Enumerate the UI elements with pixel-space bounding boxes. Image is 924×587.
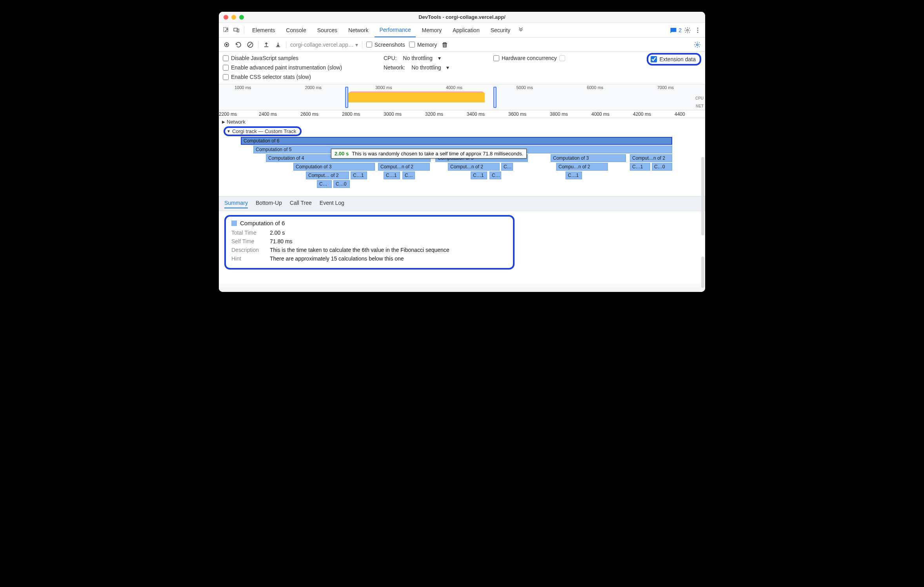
flame-scrollbar[interactable] <box>701 157 704 235</box>
tab-sources[interactable]: Sources <box>313 23 342 37</box>
flame-event[interactable]: Computation of 3 <box>293 163 375 171</box>
flame-event[interactable]: C…0 <box>652 163 672 171</box>
maximize-window-button[interactable] <box>239 15 244 20</box>
summary-key: Total Time <box>231 230 264 236</box>
tooltip-duration: 2.00 s <box>335 151 349 157</box>
download-profile-button[interactable] <box>274 41 282 49</box>
memory-checkbox[interactable]: Memory <box>409 42 437 48</box>
minimize-window-button[interactable] <box>231 15 236 20</box>
flame-event[interactable]: Comput…n of 2 <box>378 163 430 171</box>
summary-value: There are approximately 15 calculations … <box>270 255 404 262</box>
perf-toolbar: corgi-collage.vercel.app…▾ Screenshots M… <box>219 38 705 52</box>
svg-point-5 <box>697 29 698 31</box>
flame-event[interactable]: C…1 <box>471 171 487 179</box>
reload-record-button[interactable] <box>235 41 242 49</box>
tab-performance[interactable]: Performance <box>375 23 415 37</box>
cpu-throttle-select[interactable]: CPU: No throttling ▾ <box>384 55 441 61</box>
clear-button[interactable] <box>246 41 254 49</box>
flame-event[interactable]: C… <box>489 171 501 179</box>
tooltip-text: This is was randomly chosen to take a se… <box>352 151 523 157</box>
svg-point-3 <box>687 29 689 31</box>
window-title: DevTools - corgi-collage.vercel.app/ <box>219 14 705 20</box>
tab-console[interactable]: Console <box>281 23 311 37</box>
detail-tab-calltree[interactable]: Call Tree <box>290 200 312 208</box>
summary-row: HintThere are approximately 15 calculati… <box>231 255 507 262</box>
issues-badge[interactable]: 2 <box>670 27 682 34</box>
tabs-overflow-icon[interactable] <box>517 26 525 35</box>
advanced-paint-checkbox[interactable]: Enable advanced paint instrumentation (s… <box>223 64 342 71</box>
disable-js-samples-checkbox[interactable]: Disable JavaScript samples <box>223 55 298 61</box>
record-button[interactable] <box>223 41 231 49</box>
svg-point-4 <box>697 27 698 29</box>
svg-point-8 <box>226 44 228 46</box>
flame-event[interactable]: C… <box>501 163 513 171</box>
flame-event[interactable]: Comput…n of 2 <box>448 163 500 171</box>
flame-event[interactable]: Comput… of 2 <box>306 171 349 179</box>
issues-count: 2 <box>678 27 682 33</box>
overview-range-handle-left[interactable] <box>345 87 348 108</box>
network-throttle-select[interactable]: Network: No throttling ▾ <box>384 64 449 71</box>
flame-event[interactable]: C…1 <box>351 171 367 179</box>
summary-row: DescriptionThis is the time taken to cal… <box>231 247 507 253</box>
flame-event[interactable]: Compu…n of 2 <box>556 163 608 171</box>
overview-lane-net: NET <box>696 104 704 108</box>
flame-event[interactable]: C…1 <box>630 163 650 171</box>
css-selector-stats-checkbox[interactable]: Enable CSS selector stats (slow) <box>223 74 311 80</box>
capture-settings-panel: Disable JavaScript samples CPU: No throt… <box>219 52 705 84</box>
summary-color-swatch <box>231 221 237 226</box>
tab-memory[interactable]: Memory <box>417 23 447 37</box>
flame-event[interactable]: Computation of 6 <box>241 137 672 145</box>
summary-title-row: Computation of 6 <box>231 220 507 226</box>
screenshots-checkbox[interactable]: Screenshots <box>366 42 405 48</box>
close-window-button[interactable] <box>224 15 228 20</box>
window-titlebar: DevTools - corgi-collage.vercel.app/ <box>219 12 705 23</box>
overview-ticks: 1000 ms2000 ms3000 ms4000 ms5000 ms6000 … <box>219 85 689 90</box>
hw-concurrency-checkbox[interactable]: Hardware concurrency <box>493 55 565 61</box>
main-tabstrip: Elements Console Sources Network Perform… <box>219 23 705 38</box>
summary-highlight-box: Computation of 6 Total Time2.00 sSelf Ti… <box>224 215 515 270</box>
svg-point-6 <box>697 31 698 33</box>
summary-row: Self Time71.80 ms <box>231 238 507 244</box>
tab-application[interactable]: Application <box>448 23 484 37</box>
device-toggle-icon[interactable] <box>232 26 241 35</box>
tab-network[interactable]: Network <box>344 23 373 37</box>
upload-profile-button[interactable] <box>262 41 270 49</box>
summary-row: Total Time2.00 s <box>231 230 507 236</box>
summary-scrollbar[interactable] <box>701 257 704 288</box>
flame-event[interactable]: C…1 <box>566 171 582 179</box>
svg-rect-2 <box>237 29 239 32</box>
summary-title: Computation of 6 <box>240 220 285 226</box>
tab-elements[interactable]: Elements <box>247 23 280 37</box>
summary-value: This is the time taken to calculate the … <box>270 247 449 253</box>
extension-data-checkbox[interactable]: Extension data <box>647 53 701 66</box>
flame-event[interactable]: C… <box>317 180 332 188</box>
gc-button[interactable] <box>441 41 449 49</box>
tab-security[interactable]: Security <box>486 23 515 37</box>
flame-event[interactable]: Computation of 3 <box>551 154 626 162</box>
recording-select[interactable]: corgi-collage.vercel.app…▾ <box>290 42 358 48</box>
track-corgi-header[interactable]: ▼Corgi track — Custom Track <box>219 126 705 137</box>
flame-chart[interactable]: ▶Network ▼Corgi track — Custom Track Com… <box>219 118 705 197</box>
overview-range-handle-right[interactable] <box>493 87 497 108</box>
summary-value: 2.00 s <box>270 230 285 236</box>
svg-point-10 <box>697 44 698 46</box>
dock-select-icon[interactable] <box>222 26 231 35</box>
hw-concurrency-input[interactable] <box>559 55 565 61</box>
detail-tab-bottomup[interactable]: Bottom-Up <box>256 200 282 208</box>
detail-tab-summary[interactable]: Summary <box>224 200 248 208</box>
flame-event[interactable]: C…1 <box>384 171 400 179</box>
settings-gear-icon[interactable] <box>683 26 692 35</box>
traffic-lights <box>224 15 244 20</box>
flame-ruler: 2200 ms 2400 ms 2600 ms 2800 ms 3000 ms … <box>219 110 705 118</box>
summary-key: Self Time <box>231 238 264 244</box>
timeline-overview[interactable]: 1000 ms2000 ms3000 ms4000 ms5000 ms6000 … <box>219 84 705 110</box>
flame-event[interactable]: Comput…n of 2 <box>630 154 672 162</box>
overview-lane-cpu: CPU <box>695 96 704 100</box>
flame-event[interactable]: C…0 <box>333 180 350 188</box>
summary-panel: Computation of 6 Total Time2.00 sSelf Ti… <box>219 211 705 282</box>
kebab-menu-icon[interactable] <box>693 26 702 35</box>
detail-tab-eventlog[interactable]: Event Log <box>320 200 344 208</box>
track-network-header[interactable]: ▶Network <box>219 118 705 126</box>
flame-event[interactable]: C… <box>402 171 415 179</box>
capture-settings-gear-icon[interactable] <box>693 41 701 49</box>
